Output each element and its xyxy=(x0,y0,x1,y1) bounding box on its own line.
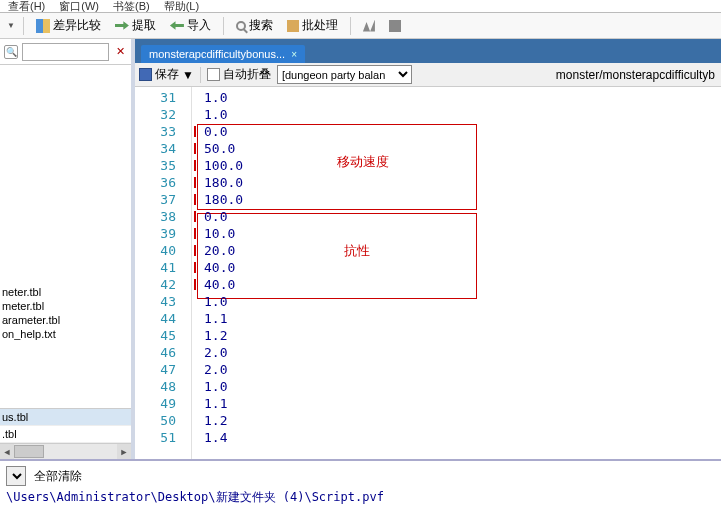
file-item[interactable]: neter.tbl xyxy=(0,285,131,299)
file-list: neter.tbl meter.tbl arameter.tbl on_help… xyxy=(0,285,131,341)
change-marker xyxy=(194,160,196,171)
code-line[interactable]: 2.0 xyxy=(192,361,721,378)
dropdown-arrow-icon[interactable]: ▼ xyxy=(182,68,194,82)
menu-item[interactable]: 查看(H) xyxy=(8,0,45,13)
line-number: 41 xyxy=(135,259,191,276)
horizontal-scrollbar[interactable]: ◄ ► xyxy=(0,443,131,459)
search-button[interactable]: 搜索 xyxy=(232,15,277,36)
code-line[interactable]: 40.0 xyxy=(192,276,721,293)
line-number: 45 xyxy=(135,327,191,344)
line-number: 31 xyxy=(135,89,191,106)
line-number: 48 xyxy=(135,378,191,395)
code-line[interactable]: 1.1 xyxy=(192,310,721,327)
code-line[interactable]: 1.2 xyxy=(192,327,721,344)
change-marker xyxy=(194,279,196,290)
code-line[interactable]: 1.2 xyxy=(192,412,721,429)
code-line[interactable]: 0.0 xyxy=(192,208,721,225)
diff-button[interactable]: 差异比较 xyxy=(32,15,105,36)
change-marker xyxy=(194,211,196,222)
line-number: 38 xyxy=(135,208,191,225)
change-marker xyxy=(194,194,196,205)
change-marker xyxy=(194,143,196,154)
tool-button-2[interactable] xyxy=(385,18,405,34)
code-line[interactable]: 20.0 xyxy=(192,242,721,259)
line-number: 50 xyxy=(135,412,191,429)
line-number: 34 xyxy=(135,140,191,157)
tab-label: monsterapcdifficultybonus... xyxy=(149,48,285,60)
editor-tab[interactable]: monsterapcdifficultybonus... × xyxy=(141,45,305,63)
change-marker xyxy=(194,177,196,188)
file-item[interactable]: meter.tbl xyxy=(0,299,131,313)
close-icon[interactable]: × xyxy=(291,49,297,60)
tool-icon xyxy=(363,20,375,32)
import-button[interactable]: 导入 xyxy=(166,15,215,36)
file-path-label: monster/monsterapcdifficultyb xyxy=(556,68,717,82)
line-number: 36 xyxy=(135,174,191,191)
tool-icon xyxy=(389,20,401,32)
main-toolbar: ▼ 差异比较 提取 导入 搜索 批处理 xyxy=(0,13,721,39)
line-number: 42 xyxy=(135,276,191,293)
code-line[interactable]: 1.0 xyxy=(192,89,721,106)
code-line[interactable]: 1.0 xyxy=(192,106,721,123)
line-number: 49 xyxy=(135,395,191,412)
search-icon[interactable]: 🔍 xyxy=(4,45,18,59)
scrollbar-thumb[interactable] xyxy=(14,445,44,458)
file-item[interactable]: arameter.tbl xyxy=(0,313,131,327)
file-item[interactable]: us.tbl xyxy=(0,409,131,426)
code-line[interactable]: 100.0 xyxy=(192,157,721,174)
sidebar-search-input[interactable] xyxy=(22,43,109,61)
scroll-left-icon[interactable]: ◄ xyxy=(0,444,14,459)
tab-bar: monsterapcdifficultybonus... × xyxy=(135,39,721,63)
line-gutter: 3132333435363738394041424344454647484950… xyxy=(135,87,192,459)
save-button[interactable]: 保存 ▼ xyxy=(139,66,194,83)
dropdown-arrow-icon[interactable]: ▼ xyxy=(7,21,15,30)
output-panel: 全部清除 \Users\Administrator\Desktop\新建文件夹 … xyxy=(0,459,721,509)
line-number: 40 xyxy=(135,242,191,259)
line-number: 37 xyxy=(135,191,191,208)
code-line[interactable]: 180.0 xyxy=(192,191,721,208)
menu-item[interactable]: 窗口(W) xyxy=(59,0,99,13)
line-number: 39 xyxy=(135,225,191,242)
code-line[interactable]: 40.0 xyxy=(192,259,721,276)
code-line[interactable]: 1.1 xyxy=(192,395,721,412)
wrap-icon xyxy=(207,68,220,81)
code-line[interactable]: 2.0 xyxy=(192,344,721,361)
output-filter-select[interactable] xyxy=(6,466,26,486)
line-number: 46 xyxy=(135,344,191,361)
menu-item[interactable]: 帮助(L) xyxy=(164,0,199,13)
line-number: 43 xyxy=(135,293,191,310)
file-item[interactable]: on_help.txt xyxy=(0,327,131,341)
editor-toolbar: 保存 ▼ 自动折叠 [dungeon party balan monster/m… xyxy=(135,63,721,87)
output-path-line: \Users\Administrator\Desktop\新建文件夹 (4)\S… xyxy=(6,489,715,506)
change-marker xyxy=(194,126,196,137)
clear-icon[interactable]: ✕ xyxy=(113,45,127,59)
code-line[interactable]: 1.0 xyxy=(192,293,721,310)
code-line[interactable]: 50.0 xyxy=(192,140,721,157)
diff-icon xyxy=(36,19,50,33)
scroll-right-icon[interactable]: ► xyxy=(117,444,131,459)
clear-all-button[interactable]: 全部清除 xyxy=(34,468,82,485)
line-number: 47 xyxy=(135,361,191,378)
code-line[interactable]: 10.0 xyxy=(192,225,721,242)
file-item[interactable]: .tbl xyxy=(0,426,131,443)
batch-button[interactable]: 批处理 xyxy=(283,15,342,36)
code-line[interactable]: 0.0 xyxy=(192,123,721,140)
wrap-button[interactable]: 自动折叠 xyxy=(207,66,271,83)
change-marker xyxy=(194,228,196,239)
import-icon xyxy=(170,19,184,33)
code-editor[interactable]: 3132333435363738394041424344454647484950… xyxy=(135,87,721,459)
sidebar: 🔍 ✕ neter.tbl meter.tbl arameter.tbl on_… xyxy=(0,39,135,459)
code-line[interactable]: 180.0 xyxy=(192,174,721,191)
section-select[interactable]: [dungeon party balan xyxy=(277,65,412,84)
tool-button-1[interactable] xyxy=(359,18,379,34)
change-marker xyxy=(194,262,196,273)
extract-icon xyxy=(115,19,129,33)
menu-bar: 查看(H) 窗口(W) 书签(B) 帮助(L) xyxy=(0,0,721,13)
extract-button[interactable]: 提取 xyxy=(111,15,160,36)
batch-icon xyxy=(287,20,299,32)
code-line[interactable]: 1.4 xyxy=(192,429,721,446)
code-content[interactable]: 移动速度 抗性 1.01.00.050.0100.0180.0180.00.01… xyxy=(192,87,721,459)
search-icon xyxy=(236,21,246,31)
code-line[interactable]: 1.0 xyxy=(192,378,721,395)
menu-item[interactable]: 书签(B) xyxy=(113,0,150,13)
